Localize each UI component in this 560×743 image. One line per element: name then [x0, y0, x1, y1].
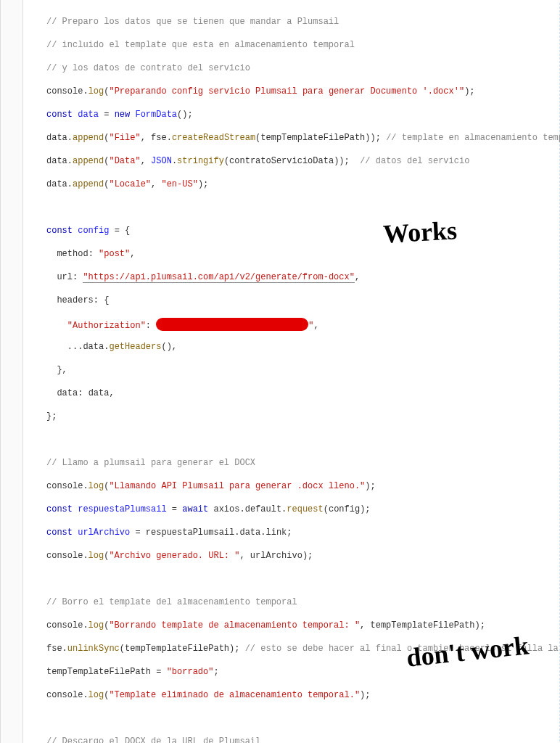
- comment: // Llamo a plumsail para generar el DOCX: [46, 458, 255, 468]
- line-gutter: [0, 0, 23, 743]
- method: log: [88, 620, 104, 631]
- string: "en-US": [161, 179, 197, 189]
- comment: // datos del servicio: [360, 156, 469, 166]
- prop: method: [57, 249, 88, 259]
- method: append: [73, 179, 104, 189]
- method: getHeaders: [109, 342, 161, 352]
- string: "Locale": [109, 179, 151, 189]
- var: tempTemplateFilePath: [260, 133, 365, 143]
- keyword: const: [46, 528, 73, 538]
- method: stringify: [177, 156, 224, 166]
- method: log: [88, 86, 104, 97]
- type: FormData: [135, 110, 177, 120]
- method: createReadStream: [172, 133, 255, 143]
- var: config: [329, 504, 360, 514]
- string: "Template eliminado de almacenamiento te…: [109, 690, 360, 700]
- var: contratoServicioData: [229, 156, 334, 166]
- handwritten-annotation-dont-work: don't work: [406, 639, 530, 664]
- var: config: [78, 226, 109, 236]
- var: fse: [151, 133, 167, 143]
- code-text: console.: [46, 86, 88, 97]
- type: JSON: [151, 156, 172, 166]
- comment: // Descargo el DOCX de la URL de Plumsai…: [46, 736, 260, 743]
- prop: data: [239, 528, 260, 538]
- comment: // Preparo los datos que se tienen que m…: [46, 17, 339, 27]
- string: "Authorization": [67, 321, 146, 331]
- method: unlinkSync: [67, 644, 120, 654]
- var: urlArchivo: [78, 528, 130, 538]
- var: data: [46, 133, 67, 143]
- var: data: [46, 179, 67, 189]
- keyword: const: [46, 504, 73, 514]
- var: tempTemplateFilePath: [370, 620, 474, 631]
- method: log: [88, 690, 104, 700]
- string: "borrado": [167, 667, 214, 677]
- method: log: [88, 481, 104, 491]
- comment: // Borro el template del almacenamiento …: [46, 597, 297, 607]
- method: request: [287, 504, 323, 514]
- var: respuestaPlumsail: [146, 528, 234, 538]
- prop: link: [265, 528, 287, 538]
- string: "Borrando template de almacenamiento tem…: [109, 620, 360, 631]
- string: "post": [99, 249, 130, 259]
- method: append: [73, 156, 104, 166]
- redacted-token: [156, 318, 308, 331]
- comment: // incluido el template que esta en alma…: [46, 40, 355, 50]
- method: append: [73, 133, 104, 143]
- method: log: [88, 551, 104, 561]
- keyword: const: [46, 110, 73, 120]
- var: tempTemplateFilePath: [125, 644, 229, 654]
- var: data: [46, 156, 67, 166]
- var: urlArchivo: [250, 551, 302, 561]
- string: "Archivo generado. URL: ": [109, 551, 239, 561]
- prop: default: [245, 504, 281, 514]
- string: "Llamando API Plumsail para generar .doc…: [109, 481, 365, 491]
- string: "File": [109, 133, 140, 143]
- string: "Data": [109, 156, 140, 166]
- var: data: [88, 388, 110, 398]
- url-string: "https://api.plumsail.com/api/v2/generat…: [83, 272, 354, 283]
- comment: // y los datos de contrato del servicio: [46, 63, 250, 73]
- code-editor[interactable]: // Preparo los datos que se tienen que m…: [29, 3, 560, 743]
- keyword: new: [115, 110, 131, 120]
- handwritten-annotation-works: Works: [383, 224, 458, 239]
- prop: data: [57, 388, 78, 398]
- comment: // template en almacenamiento temp: [386, 133, 560, 143]
- var: data: [78, 110, 99, 120]
- prop: url: [57, 272, 73, 282]
- var: axios: [213, 504, 239, 514]
- var: fse: [46, 644, 62, 654]
- var: tempTemplateFilePath: [46, 667, 151, 677]
- keyword: const: [46, 226, 73, 236]
- string: "Preparando config servicio Plumsail par…: [109, 86, 464, 97]
- var: respuestaPlumsail: [78, 504, 166, 514]
- var: data: [83, 342, 104, 352]
- prop: headers: [57, 295, 93, 305]
- keyword: await: [182, 504, 208, 514]
